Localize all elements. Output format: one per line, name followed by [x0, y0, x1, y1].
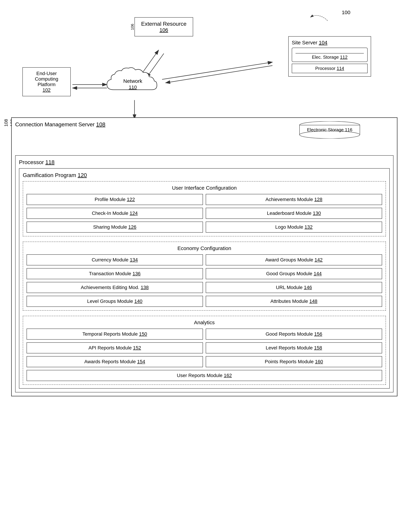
analytics-bottom-grid: User Reports Module 162: [27, 370, 382, 381]
api-reports-module: API Reports Module 152: [27, 342, 203, 353]
good-reports-module: Good Reports Module 156: [206, 329, 382, 340]
svg-text:Network: Network: [123, 78, 142, 84]
sharing-module: Sharing Module 126: [27, 222, 203, 233]
cms-outer-box: Connection Management Server 108 Electro…: [11, 117, 398, 396]
processor-118-label: Processor 118: [19, 159, 390, 165]
cms-storage: Electronic Storage 116: [297, 121, 363, 139]
ref-100-label: 100: [342, 10, 350, 15]
economy-config-box: Economy Configuration Currency Module 13…: [23, 242, 386, 311]
gamification-program-box: Gamification Program 120 User Interface …: [19, 168, 390, 389]
end-user-box: End-User Computing Platform 102: [22, 67, 71, 96]
level-groups-module: Level Groups Module 140: [27, 296, 203, 307]
transaction-module: Transaction Module 136: [27, 268, 203, 279]
cms-outer-ref-outer: 108: [3, 119, 9, 126]
end-user-line2: Computing: [26, 76, 67, 82]
gamification-label: Gamification Program 120: [23, 172, 386, 178]
network-cloud: Network 110: [103, 66, 162, 100]
achievements-module: Achievements Module 128: [206, 194, 382, 205]
external-resource-label: External Resource: [138, 21, 189, 27]
economy-config-title: Economy Configuration: [27, 245, 382, 251]
site-server-box: Site Server 104 Elec. Storage 112 Proces…: [288, 36, 371, 77]
economy-modules-grid: Currency Module 134 Award Groups Module …: [27, 254, 382, 307]
site-server-storage: Elec. Storage 112: [292, 48, 368, 62]
logo-module: Logo Module 132: [206, 222, 382, 233]
attributes-module: Attributes Module 148: [206, 296, 382, 307]
external-resource-ref: 106: [138, 27, 189, 33]
svg-line-4: [162, 62, 272, 79]
profile-module: Profile Module 122: [27, 194, 203, 205]
level-reports-module: Level Reports Module 158: [206, 342, 382, 353]
external-resource-box: 106 External Resource 106: [134, 17, 193, 36]
url-module: URL Module 146: [206, 282, 382, 293]
ui-config-box: User Interface Configuration Profile Mod…: [23, 181, 386, 237]
analytics-box: Analytics Temporal Reports Module 150 Go…: [23, 316, 386, 385]
analytics-title: Analytics: [27, 320, 382, 325]
leaderboard-module: Leaderboard Module 130: [206, 208, 382, 219]
svg-line-5: [166, 66, 272, 83]
achievements-editing-module: Achievements Editing Mod. 138: [27, 282, 203, 293]
end-user-line3: Platform: [26, 82, 67, 87]
processor-118-box: Processor 118 Gamification Program 120 U…: [15, 155, 393, 392]
temporal-reports-module: Temporal Reports Module 150: [27, 329, 203, 340]
award-groups-module: Award Groups Module 142: [206, 254, 382, 266]
site-server-processor-ref: 114: [337, 66, 344, 71]
site-server-ref: 104: [319, 40, 327, 45]
diagram: 100 106 External Resource 106 Site Serve…: [0, 0, 409, 532]
end-user-ref: 102: [26, 87, 67, 93]
site-server-processor-label: Processor: [315, 66, 335, 71]
awards-reports-module: Awards Reports Module 154: [27, 356, 203, 367]
points-reports-module: Points Reports Module 160: [206, 356, 382, 367]
checkin-module: Check-In Module 124: [27, 208, 203, 219]
external-resource-side-ref: 106: [130, 24, 135, 30]
good-groups-module: Good Groups Module 144: [206, 268, 382, 279]
user-reports-module: User Reports Module 162: [27, 370, 382, 381]
currency-module: Currency Module 134: [27, 254, 203, 266]
ui-modules-grid: Profile Module 122 Achievements Module 1…: [27, 194, 382, 233]
svg-text:110: 110: [129, 85, 137, 90]
ui-config-title: User Interface Configuration: [27, 185, 382, 191]
site-server-label: Site Server: [292, 40, 317, 45]
end-user-line1: End-User: [26, 71, 67, 76]
analytics-modules-grid: Temporal Reports Module 150 Good Reports…: [27, 329, 382, 367]
svg-text:Electronic Storage 116: Electronic Storage 116: [307, 127, 352, 132]
